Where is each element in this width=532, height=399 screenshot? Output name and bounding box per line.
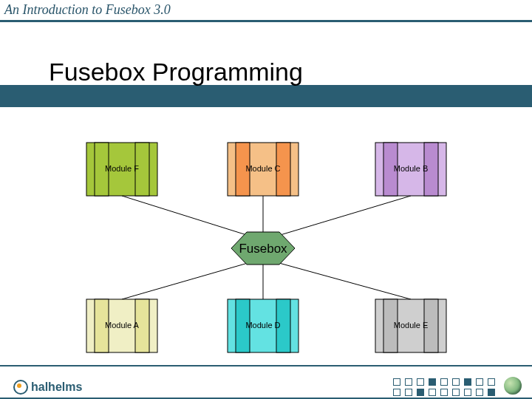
globe-icon [504, 377, 522, 395]
module-bot-left: Module A [86, 299, 157, 352]
module-label: Module D [245, 321, 280, 330]
module-label: Module E [394, 321, 428, 330]
module-top-left: Module F [86, 143, 157, 196]
module-label: Module B [394, 164, 428, 173]
module-bot-right: Module E [375, 299, 446, 352]
footer-squares [393, 378, 495, 396]
module-label: Module F [105, 164, 139, 173]
footer-rule [0, 365, 532, 366]
logo-icon [13, 380, 28, 395]
connector [263, 196, 411, 240]
module-top-mid: Module C [228, 143, 299, 196]
footer-logo: halhelms [13, 380, 82, 395]
footer-logo-text: halhelms [31, 381, 82, 394]
diagram-canvas: Fusebox Module F Module C Module B Modul… [0, 0, 532, 399]
module-bot-mid: Module D [228, 299, 299, 352]
module-label: Module A [105, 321, 140, 330]
connector [263, 259, 411, 299]
module-top-right: Module B [375, 143, 446, 196]
hub-label: Fusebox [239, 242, 287, 256]
connector [122, 196, 263, 240]
module-label: Module C [245, 164, 280, 173]
connector [122, 259, 263, 299]
